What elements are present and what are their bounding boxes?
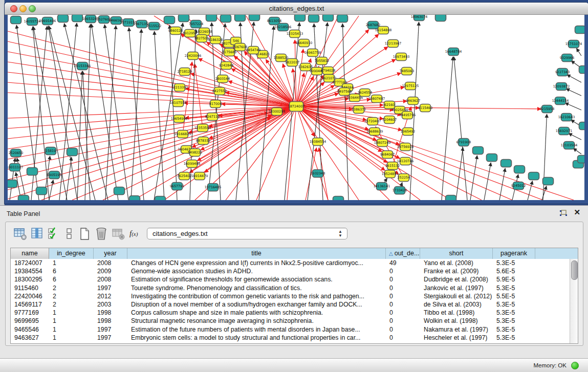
scrollbar-thumb[interactable] (571, 260, 578, 280)
graph-node[interactable] (579, 122, 585, 130)
graph-node[interactable] (129, 196, 140, 201)
select-all-icon[interactable] (48, 227, 61, 240)
graph-node[interactable]: 9463627 (406, 97, 420, 105)
graph-node[interactable]: 1932348 (311, 170, 325, 178)
graph-node[interactable]: 10807487 (368, 95, 385, 103)
table-row[interactable]: 977716911998Corpus callosum shape and si… (11, 309, 570, 317)
graph-node[interactable]: 9115460 (418, 104, 432, 112)
delete-columns-icon[interactable] (95, 227, 108, 240)
close-panel-icon[interactable]: ✕ (574, 208, 580, 216)
column-header-title[interactable]: title (127, 248, 386, 259)
graph-node[interactable]: 5905195 (47, 171, 61, 179)
graph-node[interactable]: 19384554 (310, 138, 326, 146)
graph-node[interactable]: 16914479 (191, 172, 208, 180)
column-header-pagerank[interactable]: pagerank (493, 248, 535, 259)
graph-node[interactable] (309, 15, 319, 23)
graph-node[interactable]: 15751074 (565, 40, 582, 48)
deselect-all-icon[interactable] (63, 227, 76, 240)
graph-node[interactable] (579, 66, 585, 74)
graph-node[interactable]: 9860128 (168, 27, 183, 35)
graph-node[interactable]: 12975125 (402, 82, 419, 90)
table-row[interactable]: 1830029562008Estimation of significance … (11, 275, 570, 283)
graph-node[interactable]: 9329966 (560, 54, 574, 62)
graph-node[interactable] (114, 187, 125, 195)
network-canvas[interactable]: 1405572420691406106532871527602646616110… (8, 15, 584, 200)
graph-node[interactable]: 8267110 (205, 113, 220, 121)
graph-node[interactable]: 12103504 (561, 142, 578, 149)
graph-node[interactable]: 6794028 (321, 67, 335, 75)
graph-node[interactable] (27, 168, 38, 176)
show-hide-columns-icon[interactable] (31, 227, 44, 240)
graph-node[interactable] (473, 147, 484, 155)
graph-node[interactable] (337, 15, 348, 23)
graph-node[interactable] (206, 15, 217, 21)
table-row[interactable]: 2242004622012Investigating the contribut… (11, 292, 570, 300)
graph-node[interactable] (487, 154, 497, 162)
graph-node[interactable]: 1615132 (385, 162, 400, 170)
graph-node[interactable]: 14136141 (374, 183, 390, 190)
graph-node[interactable] (514, 166, 525, 173)
graph-node[interactable] (435, 15, 446, 21)
table-mode-options-icon[interactable] (14, 227, 27, 240)
graph-node[interactable] (72, 15, 83, 22)
graph-node[interactable]: 15720407 (364, 118, 381, 125)
graph-node[interactable]: 2718129 (178, 68, 192, 76)
graph-node[interactable] (501, 160, 512, 167)
graph-node[interactable]: 9657791 (170, 183, 184, 190)
graph-node[interactable]: 16648784 (445, 48, 462, 56)
graph-node[interactable]: 15819 (46, 147, 56, 155)
graph-node[interactable]: 9245012 (511, 182, 526, 190)
table-row[interactable]: 1938455462009Genome-wide association stu… (11, 267, 570, 275)
graph-node[interactable]: 7955812 (315, 57, 329, 65)
graph-node[interactable] (235, 15, 246, 21)
graph-node[interactable]: 7625402 (177, 172, 191, 180)
graph-node[interactable]: 16099488 (184, 160, 201, 168)
graph-node[interactable]: 12213392 (171, 84, 188, 92)
graph-node[interactable]: 14055724 (24, 18, 41, 26)
graph-node[interactable]: 19524851 (382, 170, 399, 178)
graph-node[interactable] (164, 16, 175, 24)
graph-node[interactable]: 252254 (398, 174, 410, 182)
graph-node[interactable]: 8878332 (196, 137, 210, 145)
table-row[interactable]: 1872400712008Changes of HCN gene express… (11, 259, 570, 267)
graph-node[interactable]: 5822037 (285, 59, 299, 67)
graph-node[interactable]: 2520650 (9, 149, 23, 157)
graph-node[interactable]: 19716485 (205, 184, 222, 191)
graph-node[interactable]: 3175685 (222, 49, 236, 56)
graph-node[interactable]: 12325413 (287, 30, 303, 38)
graph-node[interactable]: 2803144 (215, 75, 230, 83)
graph-node[interactable]: 7386372 (352, 106, 366, 114)
graph-node[interactable]: 6791908 (456, 139, 471, 146)
graph-node[interactable]: 18107554 (170, 99, 187, 107)
table-row[interactable]: 969969511998Structural magnetic resonanc… (11, 317, 570, 325)
graph-node[interactable]: 12213967 (385, 40, 402, 48)
table-selector-dropdown[interactable]: citations_edges.txt ▲▼ (147, 228, 347, 239)
column-header-in_degree[interactable]: in_degree (49, 248, 94, 259)
graph-node[interactable] (8, 180, 17, 188)
window-titlebar[interactable]: citations_edges.txt (5, 3, 588, 15)
graph-node[interactable]: 3624554 (358, 89, 372, 97)
graph-node[interactable]: 16210643 (558, 114, 575, 121)
column-header-out_de[interactable]: △out_de... (386, 248, 420, 259)
graph-node[interactable]: 1965492 (401, 128, 415, 136)
graph-node[interactable]: 9827509 (194, 35, 209, 42)
graph-node[interactable] (179, 15, 189, 22)
graph-node[interactable]: 9684067 (380, 151, 395, 159)
graph-node[interactable]: 20691406 (39, 17, 56, 25)
citation-graph[interactable]: 1405572420691406106532871527602646616110… (8, 15, 584, 200)
graph-node[interactable]: 8427552 (212, 87, 227, 95)
graph-node[interactable] (18, 195, 29, 201)
graph-node[interactable] (575, 26, 585, 34)
graph-node[interactable] (333, 196, 344, 201)
graph-node[interactable] (67, 148, 78, 156)
graph-node[interactable] (446, 195, 456, 201)
graph-node[interactable]: 9227343 (555, 69, 570, 76)
function-builder-icon[interactable]: f(x) (129, 227, 143, 240)
graph-node[interactable]: 20153346 (74, 62, 91, 70)
graph-node[interactable] (543, 178, 554, 185)
create-column-icon[interactable] (78, 227, 92, 240)
graph-node[interactable]: 8186328 (208, 36, 223, 44)
column-header-short[interactable]: short (420, 248, 493, 259)
table-row[interactable]: 911546021997Tourette syndrome. Phenomeno… (11, 284, 570, 292)
graph-node[interactable]: 18963074 (411, 15, 428, 21)
